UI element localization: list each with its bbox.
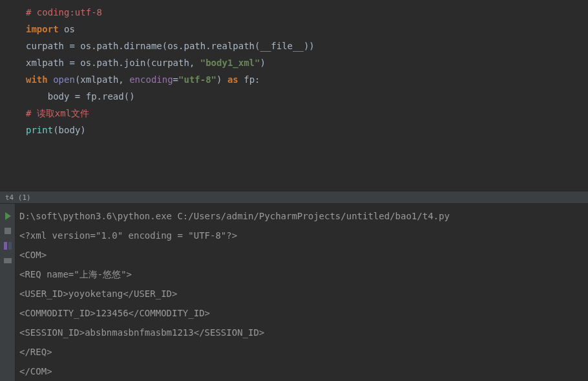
- code-line-2[interactable]: import os: [0, 21, 588, 38]
- keyword-as: as: [227, 74, 238, 85]
- operator: =: [69, 41, 74, 51]
- pin-icon[interactable]: [3, 256, 13, 266]
- arg: xmlpath,: [80, 74, 129, 85]
- paren: (: [53, 125, 58, 135]
- keyword-import: import: [26, 24, 59, 34]
- kwarg-encoding: encoding: [129, 74, 173, 85]
- console-line: </REQ>: [19, 342, 584, 362]
- svg-rect-0: [5, 228, 11, 234]
- comment: # coding:utf-8: [26, 7, 102, 17]
- builtin-print: print: [26, 125, 53, 135]
- variable: body: [26, 91, 75, 102]
- run-tab[interactable]: t4 (1): [0, 191, 36, 203]
- tab-label: t4 (1): [5, 193, 31, 202]
- call: os.path.dirname(os.path.realpath(__file_…: [75, 41, 315, 51]
- console-line: D:\soft\python3.6\python.exe C:/Users/ad…: [19, 206, 584, 226]
- builtin-open: open: [53, 74, 75, 85]
- console-pane: D:\soft\python3.6\python.exe C:/Users/ad…: [0, 204, 588, 381]
- code-line-1[interactable]: # coding:utf-8: [0, 4, 588, 21]
- svg-rect-1: [4, 242, 7, 250]
- paren: ): [80, 125, 85, 135]
- string: "body1_xml": [200, 58, 260, 68]
- code-line-11[interactable]: print(body): [0, 122, 588, 138]
- code-line-10[interactable]: # 读取xml文件: [0, 105, 588, 122]
- string: "utf-8": [178, 74, 216, 85]
- module-name: os: [59, 24, 75, 34]
- console-line: <REQ name="上海-悠悠">: [19, 265, 584, 284]
- arg: body: [59, 125, 81, 135]
- call: fp.read(): [80, 91, 134, 102]
- code-line-4[interactable]: curpath = os.path.dirname(os.path.realpa…: [0, 38, 588, 54]
- console-output[interactable]: D:\soft\python3.6\python.exe C:/Users/ad…: [16, 204, 588, 381]
- console-line: </COM>: [19, 362, 584, 381]
- svg-rect-3: [4, 258, 12, 263]
- variable: xmlpath: [26, 58, 69, 68]
- console-line: <?xml version="1.0" encoding = "UTF-8"?>: [19, 226, 584, 245]
- code-line-5[interactable]: xmlpath = os.path.join(curpath, "body1_x…: [0, 54, 588, 71]
- stop-icon[interactable]: [3, 226, 13, 236]
- console-line: <COM>: [19, 245, 584, 265]
- code-line-8[interactable]: body = fp.read(): [0, 88, 588, 105]
- svg-rect-2: [8, 242, 12, 250]
- run-tab-bar: t4 (1): [0, 191, 588, 204]
- code-line-7[interactable]: with open(xmlpath, encoding="utf-8") as …: [0, 71, 588, 88]
- space: [48, 74, 53, 85]
- call: os.path.join(curpath,: [75, 58, 200, 68]
- code-editor[interactable]: # coding:utf-8 import os curpath = os.pa…: [0, 0, 588, 191]
- console-line: <COMMODITY_ID>123456</COMMODITY_ID>: [19, 303, 584, 323]
- console-line: <SESSION_ID>absbnmasbnfmasbm1213</SESSIO…: [19, 323, 584, 342]
- variable: curpath: [26, 41, 69, 51]
- console-gutter: [0, 204, 16, 381]
- paren: ): [216, 74, 227, 85]
- equals: =: [173, 74, 178, 85]
- comment: # 读取xml文件: [26, 108, 89, 118]
- keyword-with: with: [26, 74, 48, 85]
- operator: =: [69, 58, 74, 68]
- call: ): [260, 58, 265, 68]
- rerun-icon[interactable]: [3, 211, 13, 221]
- console-line: <USER_ID>yoyoketang</USER_ID>: [19, 284, 584, 303]
- layout-icon[interactable]: [3, 241, 13, 251]
- var-fp: fp:: [238, 74, 260, 85]
